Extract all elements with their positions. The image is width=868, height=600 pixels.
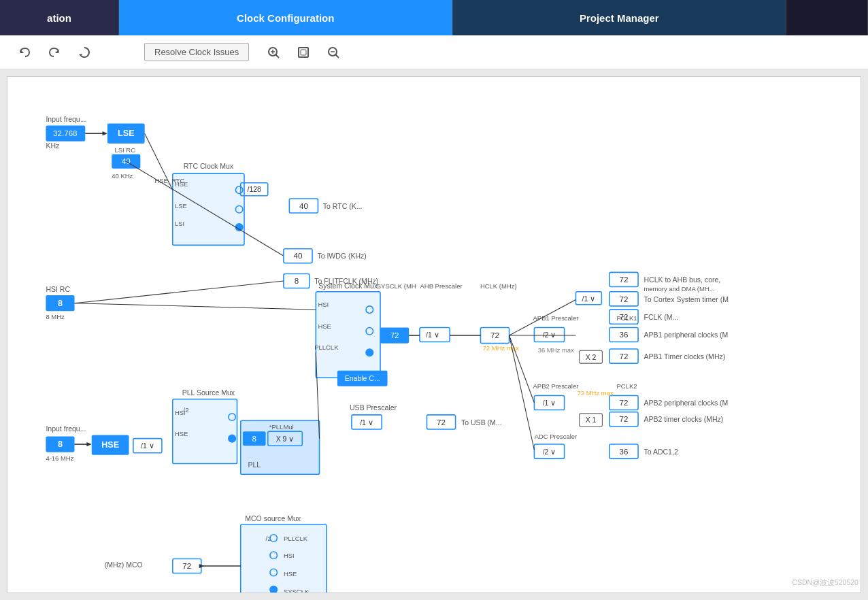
hsi-rc-text: 8 — [58, 299, 63, 308]
nav-item-project-manager[interactable]: Project Manager — [453, 0, 787, 35]
pll-label: PLL — [248, 461, 261, 469]
apb1-prescaler-label: APB1 Prescaler — [533, 314, 579, 322]
mco-hsi-label: HSI — [284, 552, 295, 559]
input-freq-lse-label: Input frequ... — [46, 115, 86, 123]
to-iwdg-label: To IWDG (KHz) — [317, 252, 366, 260]
diagram-svg: Input frequ... 32.768 KHz LSE LSI RC 40 … — [7, 77, 861, 593]
apb2-timer-label: APB2 timer clocks (MHz) — [644, 415, 723, 423]
toolbar: Resolve Clock Issues — [0, 35, 868, 69]
usb-72-text: 72 — [437, 418, 446, 427]
lse-text: LSE — [118, 129, 135, 138]
sys-mux-pllclk-label: PLLCLK — [314, 344, 339, 351]
pclk2-label: PCLK2 — [616, 382, 637, 390]
apb1-36mhz-max: 36 MHz max — [538, 346, 574, 354]
sysclk-72-text: 72 — [390, 331, 399, 339]
svg-line-4 — [276, 54, 279, 58]
clock-diagram[interactable]: Input frequ... 32.768 KHz LSE LSI RC 40 … — [7, 76, 861, 593]
fclk-72-text: 72 — [620, 313, 629, 321]
ahb-72-text: 72 — [620, 276, 629, 284]
ahb-div1-text: /1 ∨ — [426, 331, 439, 339]
adc-prescaler-label: ADC Prescaler — [535, 433, 578, 440]
lsi-rc-label: LSI RC — [114, 146, 135, 154]
hclk-div1-text: /1 ∨ — [582, 295, 596, 303]
x2-text: X 2 — [586, 353, 597, 361]
main-content: Input frequ... 32.768 KHz LSE LSI RC 40 … — [0, 69, 868, 600]
to-flit-val: 8 — [295, 277, 299, 285]
to-rtc-label: To RTC (K... — [323, 202, 363, 210]
mco-hse-label: HSE — [284, 570, 297, 578]
sys-mux-pll-circle[interactable] — [366, 349, 373, 356]
apb2-mhz-max: 72 MHz max — [578, 389, 614, 397]
refresh-button[interactable] — [73, 43, 95, 62]
pll-mul-label: *PLLMul — [269, 423, 294, 431]
cortex-label: To Cortex System timer (M — [644, 295, 728, 303]
to-iwdg-val: 40 — [294, 252, 303, 260]
hsi-rc-mhz: 8 MHz — [46, 313, 65, 320]
apb2-prescaler-label: APB2 Prescaler — [533, 382, 579, 390]
rtc-mux-circle-3[interactable] — [235, 224, 243, 231]
sysclk-label: SYSCLK (MH — [377, 282, 416, 290]
mco-pllclk-label: PLLCLK — [284, 535, 308, 542]
zoom-in-button[interactable] — [263, 43, 284, 62]
lsi-40khz-label: 40 KHz — [112, 172, 133, 180]
apb2-periph-72-text: 72 — [620, 399, 629, 407]
svg-marker-0 — [20, 50, 24, 53]
x1-text: X 1 — [586, 416, 597, 424]
pll-div2-label: /2 — [184, 406, 189, 414]
adc-div2-text: /2 ∨ — [543, 448, 556, 456]
ahb-prescaler-label: AHB Prescaler — [420, 282, 462, 290]
svg-marker-1 — [55, 50, 59, 53]
svg-rect-7 — [299, 48, 308, 57]
hsi-to-flit-line — [75, 281, 284, 303]
to-usb-label: To USB (M... — [461, 418, 502, 427]
apb1-timer-label: APB1 Timer clocks (MHz) — [644, 352, 725, 361]
pll-mux-hse-circle[interactable] — [229, 435, 236, 442]
redo-button[interactable] — [44, 43, 65, 62]
zoom-out-button[interactable] — [322, 43, 344, 62]
apb1-36-text: 36 — [620, 331, 629, 339]
undo-button[interactable] — [14, 43, 35, 62]
to-rtc-val-text: 40 — [299, 202, 308, 210]
arrow-lse-head — [103, 131, 107, 135]
mco-sysclk-circle[interactable] — [270, 586, 278, 593]
nav-item-last — [786, 0, 868, 35]
khz-label: KHz — [46, 141, 59, 150]
usb-prescaler-label: USB Prescaler — [350, 403, 397, 412]
rtc-lse-label: LSE — [175, 202, 187, 210]
mco-72-text: 72 — [182, 562, 191, 570]
apb2-div1-text: /1 ∨ — [543, 399, 556, 407]
rtc-lsi-label: LSI — [175, 220, 184, 227]
input-freq-hse-label: Input frequ... — [46, 424, 86, 433]
apb2-timer-72-text: 72 — [620, 415, 629, 423]
freq-32-text: 32.768 — [53, 129, 77, 137]
fit-screen-button[interactable] — [293, 43, 314, 62]
resolve-clock-issues-button[interactable]: Resolve Clock Issues — [144, 43, 249, 61]
hsi-to-sys-mux-line — [75, 303, 316, 310]
rtc-hse-label: HSE — [175, 180, 188, 188]
x9-text: X 9 ∨ — [276, 435, 295, 443]
enable-c-text: Enable C... — [345, 374, 380, 382]
pll-8-text: 8 — [252, 435, 256, 443]
hse-text: HSE — [101, 440, 119, 450]
adc-36-text: 36 — [620, 448, 629, 456]
apb1-periph-label: APB1 peripheral clocks (M — [644, 331, 728, 339]
hse-8-text: 8 — [58, 439, 63, 449]
hclk-72-text: 72 — [490, 331, 499, 339]
nav-item-ation[interactable]: ation — [0, 0, 119, 35]
fclk-label: FCLK (M... — [644, 313, 678, 321]
watermark-text: CSDN@波波520520 — [792, 578, 858, 586]
nav-item-clock-config[interactable]: Clock Configuration — [119, 0, 453, 35]
hse-4-16-mhz: 4-16 MHz — [46, 454, 73, 462]
pll-mux-hse-lbl: HSE — [175, 430, 188, 437]
to-adc-label: To ADC1,2 — [644, 448, 678, 456]
hsi-rc-label: HSI RC — [46, 285, 70, 293]
top-nav: ation Clock Configuration Project Manage… — [0, 0, 868, 35]
mco-source-mux-label: MCO source Mux — [245, 514, 301, 522]
mco-output-label: (MHz) MCO — [105, 561, 143, 569]
apb1-timer-72-text: 72 — [620, 352, 629, 361]
hse-div1-text: /1 ∨ — [141, 441, 154, 450]
div128-text: /128 — [248, 185, 262, 193]
hclk-label: HCLK (MHz) — [480, 282, 517, 290]
sys-mux-hsi-label: HSI — [318, 301, 329, 308]
hclk-ahb-label2: memory and DMA (MH... — [644, 285, 714, 293]
